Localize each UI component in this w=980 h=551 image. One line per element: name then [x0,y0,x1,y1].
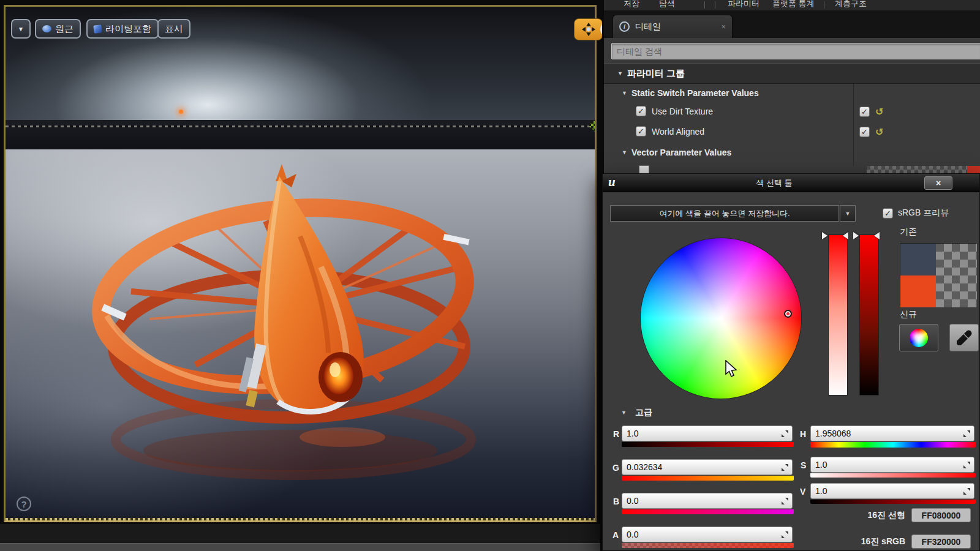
old-color-label: 기존 [900,227,917,238]
saved-colors-dropdown[interactable]: 여기에 색을 끌어 놓으면 저장합니다. [610,205,839,222]
v-spinbox-icon[interactable] [963,488,970,495]
value-slider[interactable] [859,234,879,395]
row-world-aligned: ✓ World Aligned [636,126,704,137]
h-gradient-bar[interactable] [810,442,976,448]
use-dirt-texture-checkbox[interactable]: ✓ [636,106,646,116]
content-browser-strip [0,524,600,543]
g-gradient-bar[interactable] [622,476,794,481]
color-wheel-handle[interactable] [784,310,792,318]
vector-param-checkbox-partial[interactable] [639,165,649,173]
v-gradient-bar[interactable] [810,500,976,504]
dialog-titlebar[interactable]: u 색 선택 툴 × [603,174,979,192]
preview-viewport[interactable]: ? ▼ 원근 라이팅포함 표시 [4,5,597,522]
toolbar-parameter[interactable]: 파라미터 [728,0,760,9]
advanced-label: 고급 [635,407,652,418]
tab-details[interactable]: i 디테일 × [612,15,733,38]
saturation-slider[interactable] [828,234,848,395]
content-browser-header[interactable] [0,543,600,551]
v-label: V [800,487,805,497]
b-gradient-bar[interactable] [622,509,794,514]
world-aligned-label: World Aligned [652,127,704,137]
viewport-options-button[interactable]: ▼ [11,19,31,39]
row-world-aligned-override: ✓ ↺ [859,126,883,138]
s-spinbox-icon[interactable] [963,462,970,468]
g-label: G [612,463,619,473]
world-aligned-checkbox[interactable]: ✓ [636,126,646,137]
camera-pan-button[interactable] [574,18,603,40]
value-handle-left[interactable] [853,232,859,239]
column-divider[interactable] [853,84,854,166]
vector-params-header[interactable]: ▼ Vector Parameter Values [622,148,731,157]
srgb-preview-checkbox[interactable]: ✓ [883,208,893,219]
toolbar-separator [704,1,705,9]
hex-srgb-value[interactable]: FF320000 [911,534,971,549]
use-dirt-texture-label: Use Dirt Texture [652,107,713,116]
reset-to-default-icon[interactable]: ↺ [875,126,883,138]
expand-triangle-icon: ▼ [617,70,623,77]
static-switch-header[interactable]: ▼ Static Switch Parameter Values [622,88,759,98]
saturation-handle-right[interactable] [843,232,848,239]
toolbar-browse[interactable]: 탐색 [659,0,675,9]
tab-close-icon[interactable]: × [721,22,726,31]
a-gradient-bar[interactable] [622,543,794,548]
new-color-label: 신규 [900,309,917,320]
toolbar-platform-stats[interactable]: 플랫폼 통계 [772,0,815,9]
dropdown-arrow-button[interactable]: ▼ [840,205,856,222]
world-aligned-override-checkbox[interactable]: ✓ [859,127,870,137]
advanced-section-header[interactable]: ▼ 고급 [621,407,652,418]
unreal-editor-window: ? ▼ 원근 라이팅포함 표시 [0,0,980,551]
h-spinbox-icon[interactable] [963,430,970,437]
row-use-dirt-override: ✓ ↺ [859,106,883,118]
srgb-preview-row: ✓ sRGB 프리뷰 [883,208,949,219]
mouse-cursor [725,360,738,378]
expand-triangle-icon: ▼ [622,90,627,96]
eyedropper-button[interactable] [949,324,979,351]
lit-label: 라이팅포함 [105,23,151,35]
light-sprite [179,110,183,114]
hex-linear-value[interactable]: FF080000 [911,508,971,522]
value-handle-right[interactable] [874,232,880,239]
h-label: H [800,429,806,439]
b-spinbox-icon[interactable] [782,498,788,504]
a-input[interactable] [622,527,793,542]
viewport-scene: ? [6,7,595,520]
s-label: S [801,460,806,470]
r-input[interactable] [622,425,793,441]
parameter-groups-header[interactable]: ▼ 파라미터 그룹 [604,63,980,84]
a-label: A [612,530,619,540]
four-way-arrows-icon [581,22,596,37]
r-spinbox-icon[interactable] [782,430,788,437]
saturation-handle-left[interactable] [822,232,827,239]
dialog-close-button[interactable]: × [924,176,952,190]
toolbar-separator [824,1,824,9]
g-spinbox-icon[interactable] [782,464,788,471]
use-dirt-override-checkbox[interactable]: ✓ [859,107,870,117]
details-search-input[interactable] [611,43,980,59]
dialog-title: 색 선택 툴 [603,174,946,192]
help-icon[interactable]: ? [17,497,31,511]
show-button[interactable]: 표시 [157,19,190,39]
a-spinbox-icon[interactable] [782,531,788,538]
scene-dashed-line [6,126,595,127]
v-input[interactable] [810,483,974,499]
s-input[interactable] [810,457,974,473]
new-color-swatch [900,276,936,307]
h-input[interactable] [810,425,974,441]
color-themes-button[interactable] [899,324,938,351]
parameter-groups-label: 파라미터 그룹 [627,68,685,80]
toolbar-hierarchy[interactable]: 계층구조 [835,0,867,9]
hex-linear-label: 16진 선형 [838,510,905,521]
old-new-color-swatch[interactable] [900,243,976,307]
g-input[interactable] [622,459,793,475]
s-gradient-bar[interactable] [810,473,976,478]
asset-editor-toolbar: 저장 탐색 파라미터 플랫폼 통계 계층구조 [604,0,980,10]
b-input[interactable] [622,493,793,509]
color-wheel[interactable] [641,238,801,399]
static-switch-label: Static Switch Parameter Values [631,88,759,98]
drone-3d-model[interactable] [64,163,541,518]
perspective-button[interactable]: 원근 [35,19,81,39]
toolbar-save[interactable]: 저장 [624,0,639,9]
reset-to-default-icon[interactable]: ↺ [875,106,883,118]
r-gradient-bar[interactable] [622,442,794,447]
lit-mode-button[interactable]: 라이팅포함 [86,19,159,39]
